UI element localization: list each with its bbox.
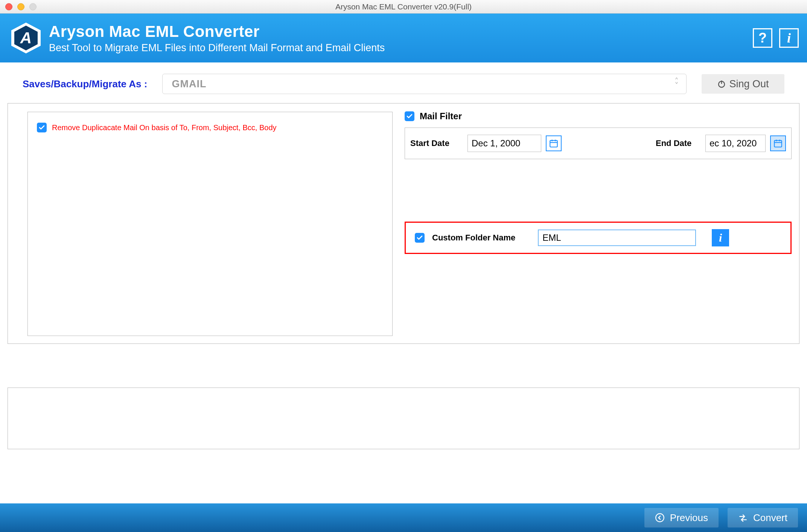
svg-rect-6 [774,140,782,147]
custom-folder-row: Custom Folder Name i [405,222,792,254]
mail-filter-checkbox[interactable] [405,111,414,121]
app-subtitle: Best Tool to Migrate EML Files into Diff… [49,42,385,54]
convert-label: Convert [753,512,787,524]
info-icon: i [719,231,722,244]
app-title: Aryson Mac EML Converter [49,23,385,41]
custom-folder-label: Custom Folder Name [432,233,515,243]
app-logo: A [11,23,41,53]
check-icon [406,113,413,120]
minimize-window-button[interactable] [17,3,24,10]
log-panel [8,388,799,449]
chevron-up-down-icon: ˄˅ [675,79,679,88]
end-date-label: End Date [656,138,701,148]
power-icon [717,79,726,88]
swap-icon [738,513,748,523]
custom-folder-info-button[interactable]: i [712,229,729,246]
arrow-left-circle-icon [655,513,665,523]
close-window-button[interactable] [5,3,12,10]
calendar-icon [773,138,783,148]
svg-point-10 [656,514,664,522]
start-date-input[interactable] [467,135,541,152]
app-logo-letter: A [14,26,38,50]
format-select[interactable]: GMAIL ˄˅ [162,74,687,94]
check-icon [416,234,423,241]
signout-button[interactable]: Sing Out [702,74,784,94]
format-select-value: GMAIL [172,78,206,90]
window-title: Aryson Mac EML Converter v20.9(Full) [335,2,472,11]
footer-bar: Previous Convert [0,503,807,532]
remove-duplicates-label: Remove Duplicacate Mail On basis of To, … [52,123,277,132]
custom-folder-input[interactable] [538,230,696,246]
start-date-calendar-button[interactable] [546,135,562,151]
custom-folder-checkbox[interactable] [415,233,425,243]
check-icon [38,124,45,131]
calendar-icon [549,138,559,148]
window-titlebar: Aryson Mac EML Converter v20.9(Full) [0,0,807,14]
remove-duplicates-checkbox[interactable] [37,123,47,132]
mail-filter-title: Mail Filter [420,111,462,122]
end-date-calendar-button[interactable] [770,135,786,151]
convert-button[interactable]: Convert [728,508,798,527]
previous-button[interactable]: Previous [644,508,719,527]
previous-label: Previous [670,512,708,524]
mail-filter-box: Start Date End Date [405,128,792,159]
app-header: A Aryson Mac EML Converter Best Tool to … [0,14,807,62]
end-date-input[interactable] [705,135,766,152]
options-panel: Remove Duplicacate Mail On basis of To, … [8,103,799,344]
start-date-label: Start Date [410,138,463,148]
signout-label: Sing Out [729,78,769,90]
help-button[interactable]: ? [753,28,772,48]
info-button[interactable]: i [779,28,799,48]
help-icon: ? [758,30,767,46]
save-as-label: Saves/Backup/Migrate As : [23,78,147,90]
duplicate-options-box: Remove Duplicacate Mail On basis of To, … [27,112,393,336]
svg-rect-2 [550,140,557,147]
maximize-window-button[interactable] [29,3,37,10]
info-icon: i [787,30,791,46]
